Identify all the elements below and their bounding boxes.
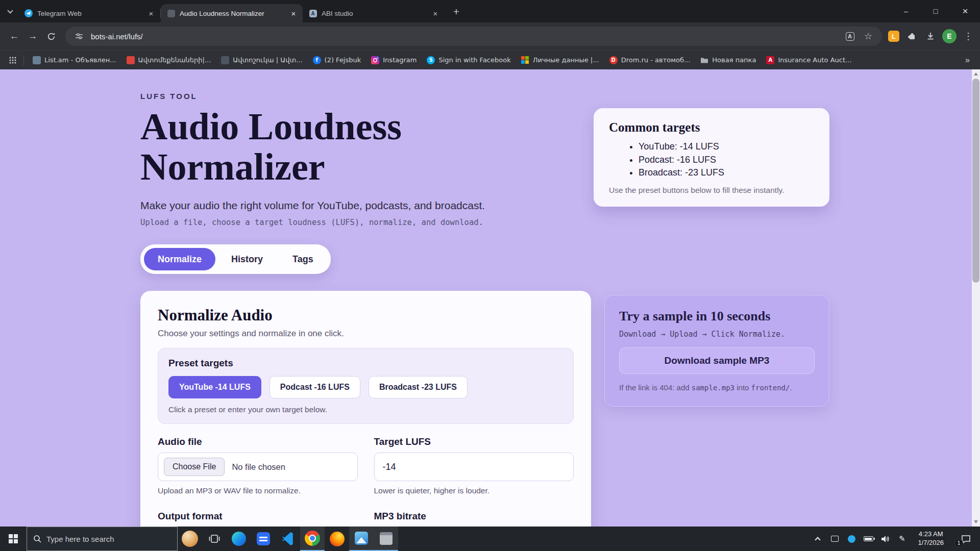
car-icon <box>221 56 229 64</box>
tray-expand-icon[interactable] <box>813 527 823 551</box>
tab-close-icon[interactable]: × <box>288 8 299 18</box>
reload-button[interactable] <box>42 27 60 45</box>
task-view-button[interactable] <box>202 527 227 551</box>
bookmark-msaccount[interactable]: Личные данные |... <box>517 54 604 66</box>
profile-avatar[interactable]: E <box>942 29 957 43</box>
view-tabs: Normalize History Tags <box>140 244 331 274</box>
url-text[interactable]: bots-ai.net/lufs/ <box>91 32 838 41</box>
bookmark-avtoshuka[interactable]: Ավտոշուկա | Ավտ... <box>216 54 307 66</box>
preset-hint: Click a preset or enter your own target … <box>168 405 563 414</box>
tab-close-icon[interactable]: × <box>430 8 440 18</box>
bookmarks-overflow-icon[interactable]: » <box>961 56 974 65</box>
photos-app-button[interactable] <box>349 527 374 551</box>
instagram-icon <box>371 56 379 64</box>
system-tray: ✎ 4:23 AM 1/7/2026 1 <box>813 527 980 551</box>
telegram-icon <box>24 9 33 17</box>
maximize-button[interactable]: □ <box>921 0 950 22</box>
tab-lufs-active[interactable]: Audio Loudness Normalizer × <box>161 4 303 22</box>
preset-podcast-button[interactable]: Podcast -16 LUFS <box>270 376 360 398</box>
volume-icon[interactable] <box>880 527 890 551</box>
back-button[interactable]: ← <box>5 27 23 45</box>
tab-history[interactable]: History <box>217 248 277 270</box>
bookmark-listam[interactable]: List.am - Объявлен... <box>28 54 121 66</box>
downloads-icon[interactable] <box>924 30 937 43</box>
bookmark-star-icon[interactable]: ☆ <box>862 30 875 43</box>
apps-grid-icon[interactable] <box>6 54 19 67</box>
scrollbar-thumb[interactable] <box>972 79 979 283</box>
chrome-button[interactable] <box>300 527 325 551</box>
news-weather-button[interactable] <box>178 527 202 551</box>
movies-app-icon <box>257 532 270 545</box>
app-window-button[interactable] <box>374 527 398 551</box>
edge-button[interactable] <box>227 527 251 551</box>
tab-tags[interactable]: Tags <box>279 248 327 270</box>
bookmark-label: Ավտոմեքենաների|... <box>138 56 211 64</box>
favicon-square <box>167 10 175 17</box>
vscode-button[interactable] <box>276 527 300 551</box>
tab-close-icon[interactable]: × <box>146 8 156 18</box>
movies-app-button[interactable] <box>251 527 276 551</box>
folder-icon <box>700 56 708 64</box>
sample-title: Try a sample in 10 seconds <box>619 309 815 324</box>
extension-l-icon[interactable]: L <box>887 30 900 43</box>
minimize-button[interactable]: – <box>891 0 921 22</box>
reload-icon <box>47 32 56 41</box>
translate-icon[interactable]: A <box>843 30 856 43</box>
target-lufs-input[interactable] <box>374 453 574 481</box>
bookmark-label: Личные данные |... <box>533 56 599 64</box>
tab-search-button[interactable] <box>2 3 18 20</box>
preset-youtube-button[interactable]: YouTube -14 LUFS <box>168 376 261 398</box>
listam-icon <box>33 56 41 64</box>
firefox-button[interactable] <box>325 527 349 551</box>
bookmark-label: Новая папка <box>712 56 756 64</box>
address-bar[interactable]: bots-ai.net/lufs/ A ☆ <box>65 27 882 46</box>
tab-normalize[interactable]: Normalize <box>144 248 215 270</box>
search-input[interactable] <box>46 535 171 543</box>
lead-text: Make your audio the right volume for You… <box>140 199 591 212</box>
forward-button[interactable]: → <box>23 27 42 45</box>
browser-toolbar: ← → bots-ai.net/lufs/ A ☆ L E ⋮ <box>0 22 980 50</box>
favicon-letter: A <box>309 10 317 17</box>
tab-abi-studio[interactable]: A ABI studio × <box>303 4 445 22</box>
page-scrollbar[interactable] <box>972 69 980 527</box>
extension-letter: L <box>888 31 899 42</box>
pen-icon[interactable]: ✎ <box>897 527 907 551</box>
download-sample-button[interactable]: Download sample MP3 <box>619 347 815 374</box>
preset-panel: Preset targets YouTube -14 LUFS Podcast … <box>158 348 574 424</box>
file-input[interactable]: Choose File No file chosen <box>158 453 358 481</box>
tab-telegram[interactable]: Telegram Web × <box>18 4 160 22</box>
start-button[interactable] <box>0 527 27 551</box>
note-code: sample.mp3 <box>692 384 734 392</box>
taskbar-search[interactable] <box>27 527 178 551</box>
no-file-text: No file chosen <box>232 462 285 472</box>
bookmark-iaa[interactable]: A Insurance Auto Auct... <box>762 54 856 66</box>
battery-icon[interactable] <box>863 527 873 551</box>
extensions-puzzle-icon[interactable] <box>905 30 919 43</box>
common-targets-card: Common targets YouTube: -14 LUFS Podcast… <box>594 108 829 207</box>
bookmark-facebook[interactable]: f (2) Fejsbuk <box>308 54 366 66</box>
close-window-button[interactable]: × <box>950 0 980 22</box>
bookmark-auto[interactable]: Ավտոմեքենաների|... <box>122 54 216 66</box>
taskbar-clock[interactable]: 4:23 AM 1/7/2026 <box>914 530 948 547</box>
new-tab-button[interactable]: + <box>449 4 464 19</box>
action-center-button[interactable]: 1 <box>954 527 977 551</box>
bookmark-skype[interactable]: S Sign in with Facebook <box>422 54 515 66</box>
bookmark-instagram[interactable]: Instagram <box>366 54 421 66</box>
windows-taskbar: ✎ 4:23 AM 1/7/2026 1 <box>0 527 980 551</box>
common-targets-title: Common targets <box>609 120 814 135</box>
tray-bluetooth-icon[interactable] <box>846 527 856 551</box>
scroll-down-icon[interactable] <box>972 518 980 526</box>
translate-glyph: A <box>846 32 854 41</box>
choose-file-button[interactable]: Choose File <box>164 458 225 476</box>
bookmark-folder[interactable]: Новая папка <box>696 54 761 66</box>
task-view-icon <box>209 534 220 543</box>
sample-steps: Download → Upload → Click Normalize. <box>619 330 815 339</box>
preset-broadcast-button[interactable]: Broadcast -23 LUFS <box>369 376 468 398</box>
browser-menu-icon[interactable]: ⋮ <box>962 30 975 43</box>
scroll-up-icon[interactable] <box>972 70 980 78</box>
weather-icon <box>182 531 198 547</box>
bookmark-label: List.am - Объявлен... <box>44 56 116 64</box>
site-info-icon[interactable] <box>72 30 86 43</box>
bookmark-drom[interactable]: D Drom.ru - автомоб... <box>605 54 695 66</box>
tray-window-icon[interactable] <box>829 527 840 551</box>
